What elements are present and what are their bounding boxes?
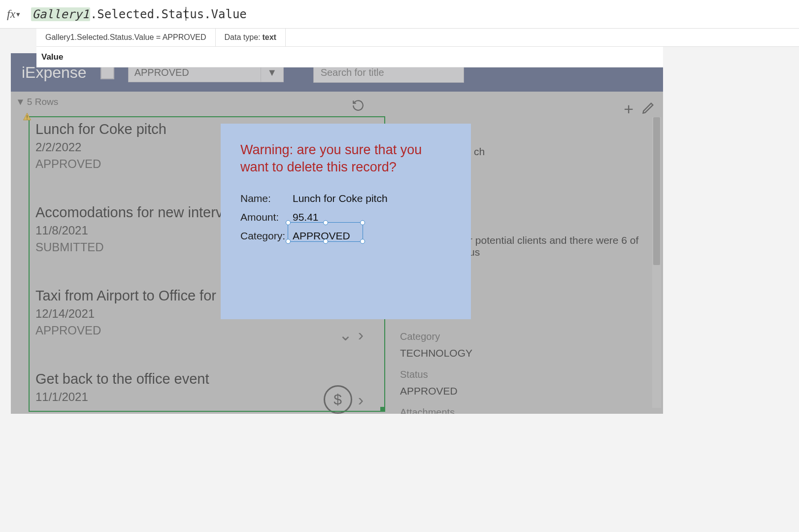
svg-rect-0 [27,115,28,118]
chevron-down-icon[interactable]: ▼ [16,97,25,107]
item-status: APPROVED [35,324,354,337]
data-type-value: text [262,33,276,42]
chevron-down-icon[interactable]: ⌄ [339,326,352,344]
dialog-row-category: Category: APPROVED [240,230,451,242]
item-title: Get back to the office event [35,371,354,387]
formula-token-rest: .Selected.Status.Value [90,7,247,21]
attachments-label: Attachments [400,407,651,414]
svg-rect-1 [27,119,28,120]
text-cursor [186,7,186,21]
dialog-warning-text: Warning: are you sure that you want to d… [240,141,451,176]
amount-label: Amount: [240,211,293,223]
status-dropdown-value: APPROVED [129,67,261,78]
fx-dropdown-icon[interactable]: ▾ [16,10,20,19]
app-canvas[interactable]: iExpense APPROVED ▼ Search for title + ▼… [11,53,663,414]
status-value: APPROVED [400,385,651,397]
screen-actions: + [624,100,655,119]
amount-value: 95.41 [293,211,319,223]
header-checkbox[interactable] [100,66,114,79]
dialog-row-amount: Amount: 95.41 [240,211,451,223]
dialog-row-name: Name: Lunch for Coke pitch [240,193,451,204]
warning-icon[interactable] [23,112,32,123]
item-actions: $ › [324,385,364,414]
category-value: APPROVED [293,230,350,242]
delete-confirm-dialog: Warning: are you sure that you want to d… [221,124,471,319]
row-count-text: 5 Rows [27,97,58,107]
formula-data-type: Data type: text [216,29,286,46]
name-value: Lunch for Coke pitch [293,193,388,204]
list-item[interactable]: Get back to the office event 11/1/2021 $… [21,362,366,414]
add-icon[interactable]: + [624,100,633,119]
chevron-right-icon[interactable]: › [358,325,364,344]
edit-icon[interactable] [641,100,655,119]
scrollbar[interactable] [652,117,661,408]
item-actions: ⌄ › [339,325,364,344]
category-label: Category: [240,230,293,242]
formula-result-bar: Gallery1.Selected.Status.Value = APPROVE… [36,29,799,47]
fx-label: fx [7,7,15,21]
detail-title-fragment: ch [474,146,651,158]
status-label: Status [400,369,651,380]
detail-desc-fragment: r potential clients and there were 6 of … [469,234,651,258]
data-type-label: Data type: [225,33,261,42]
formula-bar[interactable]: fx ▾ Gallery1.Selected.Status.Value [0,0,799,29]
item-date: 11/1/2021 [35,390,354,404]
name-label: Name: [240,193,293,204]
category-label: Category [400,331,651,342]
formula-token-gallery: Gallery1 [31,7,90,21]
chevron-right-icon[interactable]: › [358,390,364,409]
formula-input[interactable]: Gallery1.Selected.Status.Value [31,7,246,21]
formula-autocomplete[interactable]: Value [36,47,663,67]
scrollbar-thumb[interactable] [653,117,660,265]
formula-eval: Gallery1.Selected.Status.Value = APPROVE… [36,29,216,46]
gallery-row-count: ▼ 5 Rows [16,97,653,107]
money-icon[interactable]: $ [324,385,352,414]
category-value: TECHNOLOGY [400,347,651,359]
refresh-icon[interactable] [352,99,365,115]
